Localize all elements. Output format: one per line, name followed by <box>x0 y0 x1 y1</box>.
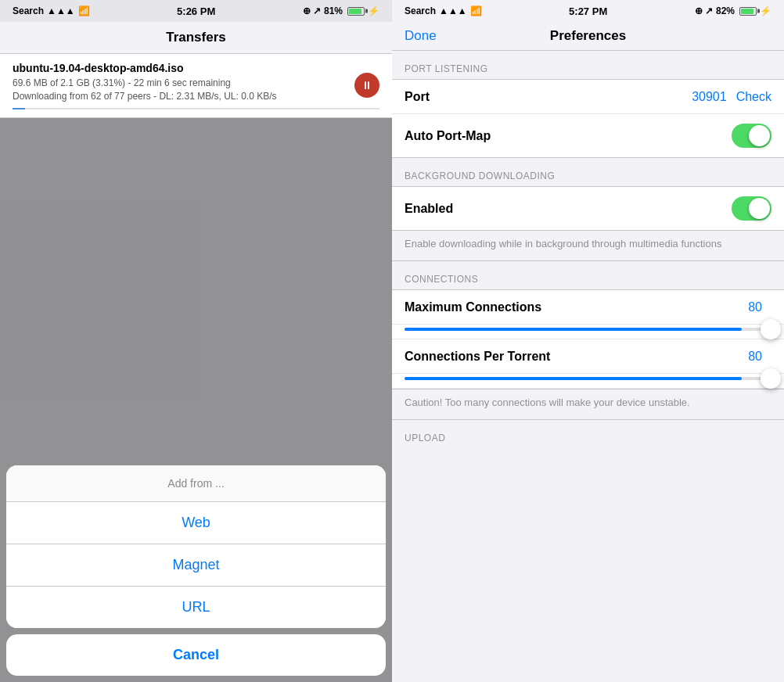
max-connections-slider-track <box>405 328 771 331</box>
right-battery-percent: 82% <box>716 5 735 16</box>
transfer-progress-fill <box>13 108 25 109</box>
max-connections-slider-container <box>392 325 784 339</box>
background-downloading-header: BACKGROUND DOWNLOADING <box>392 158 784 186</box>
transfer-details-line2: Downloading from 62 of 77 peers - DL: 2.… <box>13 90 379 103</box>
port-row: Port 30901 Check <box>392 80 784 114</box>
auto-port-map-knob <box>749 125 770 146</box>
action-sheet-header-text: Add from ... <box>167 477 224 490</box>
left-panel: Search ▲▲▲ 📶 5:26 PM ⊕ ↗ 81% ⚡ Transfers… <box>0 0 392 682</box>
pause-icon: ⏸ <box>361 80 372 91</box>
max-connections-slider-fill <box>405 328 742 331</box>
max-connections-row: Maximum Connections 80 <box>392 290 784 325</box>
enabled-toggle[interactable] <box>732 196 771 221</box>
action-sheet-url[interactable]: URL <box>6 587 386 628</box>
left-status-bar: Search ▲▲▲ 📶 5:26 PM ⊕ ↗ 81% ⚡ <box>0 0 392 22</box>
left-battery-icon <box>347 7 365 16</box>
check-button[interactable]: Check <box>736 90 771 104</box>
connections-per-torrent-slider-fill <box>405 377 742 380</box>
left-carrier: Search <box>13 5 44 16</box>
left-location-icon: ⊕ ↗ <box>303 5 321 16</box>
action-sheet-cancel[interactable]: Cancel <box>6 634 386 676</box>
left-status-right: ⊕ ↗ 81% ⚡ <box>303 5 379 16</box>
transfer-filename: ubuntu-19.04-desktop-amd64.iso <box>13 62 379 74</box>
connections-per-torrent-value: 80 <box>748 350 762 364</box>
left-battery-percent: 81% <box>324 5 343 16</box>
action-sheet-web[interactable]: Web <box>6 502 386 544</box>
right-battery-icon <box>739 7 757 16</box>
transfer-details-line1: 69.6 MB of 2.1 GB (3.31%) - 22 min 6 sec… <box>13 77 379 90</box>
max-connections-label: Maximum Connections <box>405 300 748 314</box>
preferences-nav-bar: Done Preferences <box>392 22 784 51</box>
max-connections-value: 80 <box>748 300 762 314</box>
upload-header: UPLOAD <box>392 420 784 448</box>
enabled-row: Enabled <box>392 187 784 230</box>
left-status-left: Search ▲▲▲ 📶 <box>13 5 90 16</box>
enabled-label: Enabled <box>405 202 732 216</box>
connections-group: Maximum Connections 80 Connections Per T… <box>392 289 784 389</box>
auto-port-map-toggle[interactable] <box>732 124 771 148</box>
connections-header: CONNECTIONS <box>392 261 784 289</box>
connections-per-torrent-label: Connections Per Torrent <box>405 350 748 364</box>
right-location-icon: ⊕ ↗ <box>695 5 713 16</box>
left-nav-bar: Transfers <box>0 22 392 54</box>
background-downloading-group: Enabled <box>392 186 784 231</box>
auto-port-map-row: Auto Port-Map <box>392 114 784 157</box>
right-time: 5:27 PM <box>569 5 607 17</box>
connections-per-torrent-slider-track <box>405 377 771 380</box>
port-listening-header: PORT LISTENING <box>392 51 784 79</box>
left-time: 5:26 PM <box>177 5 215 17</box>
port-listening-group: Port 30901 Check Auto Port-Map <box>392 79 784 158</box>
connections-per-torrent-slider-thumb[interactable] <box>761 368 781 389</box>
transfer-progress-bar <box>13 108 379 109</box>
port-value: 30901 <box>692 90 727 104</box>
connections-per-torrent-slider-container <box>392 374 784 389</box>
left-signal-icon: ▲▲▲ <box>47 5 75 16</box>
right-status-bar: Search ▲▲▲ 📶 5:27 PM ⊕ ↗ 82% ⚡ <box>392 0 784 22</box>
right-wifi-icon: 📶 <box>470 5 482 16</box>
pause-button[interactable]: ⏸ <box>354 73 379 98</box>
auto-port-map-label: Auto Port-Map <box>405 129 732 143</box>
action-sheet: Add from ... Web Magnet URL <box>6 465 386 628</box>
right-status-left: Search ▲▲▲ 📶 <box>405 5 482 16</box>
preferences-content: PORT LISTENING Port 30901 Check Auto Por… <box>392 51 784 682</box>
right-panel: Search ▲▲▲ 📶 5:27 PM ⊕ ↗ 82% ⚡ Done Pref… <box>392 0 784 682</box>
right-signal-icon: ▲▲▲ <box>439 5 467 16</box>
done-button[interactable]: Done <box>405 28 437 44</box>
preferences-title: Preferences <box>550 28 626 44</box>
connections-per-torrent-row: Connections Per Torrent 80 <box>392 339 784 374</box>
left-wifi-icon: 📶 <box>78 5 90 16</box>
action-sheet-header: Add from ... <box>6 465 386 502</box>
port-label: Port <box>405 90 692 104</box>
background-description: Enable downloading while in background t… <box>392 231 784 261</box>
caution-text: Caution! Too many connections will make … <box>392 389 784 420</box>
left-charging-icon: ⚡ <box>368 5 379 16</box>
enabled-knob <box>749 198 770 219</box>
transfer-item: ubuntu-19.04-desktop-amd64.iso 69.6 MB o… <box>0 54 392 118</box>
right-charging-icon: ⚡ <box>760 5 771 16</box>
right-carrier: Search <box>405 5 436 16</box>
right-status-right: ⊕ ↗ 82% ⚡ <box>695 5 771 16</box>
action-sheet-magnet[interactable]: Magnet <box>6 544 386 587</box>
action-sheet-container: Add from ... Web Magnet URL Cancel <box>0 459 392 682</box>
max-connections-slider-thumb[interactable] <box>761 319 781 339</box>
transfers-title: Transfers <box>166 30 226 45</box>
